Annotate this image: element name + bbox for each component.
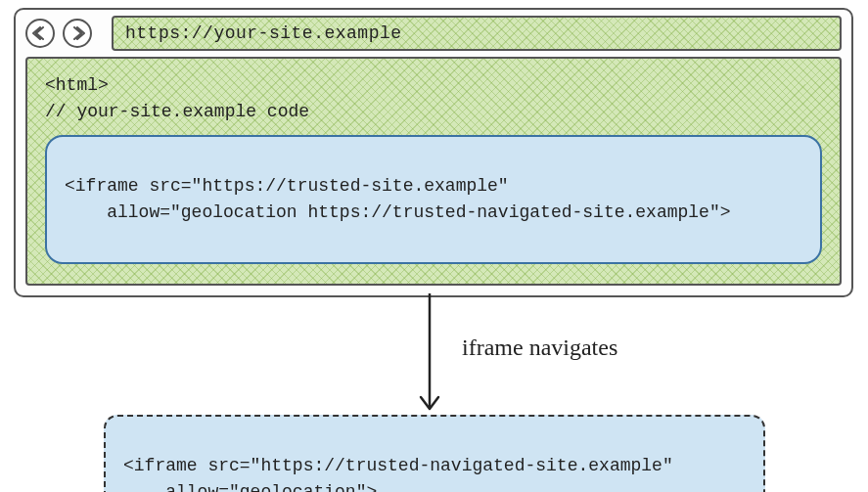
browser-window: https://your-site.example <html> // your…: [14, 8, 853, 297]
back-icon: [32, 26, 48, 40]
address-bar[interactable]: https://your-site.example: [112, 16, 842, 51]
arrow-down-icon: [415, 293, 444, 419]
browser-toolbar: https://your-site.example: [16, 10, 851, 57]
iframe-navigated-line-2: allow="geolocation">: [123, 482, 377, 492]
page-code-line-2: // your-site.example code: [45, 99, 822, 125]
page-code-line-1: <html>: [45, 72, 822, 99]
iframe-original-line-2: allow="geolocation https://trusted-navig…: [65, 202, 731, 222]
address-url: https://your-site.example: [125, 23, 402, 43]
arrow-label: iframe navigates: [462, 335, 617, 361]
iframe-original-line-1: <iframe src="https://trusted-site.exampl…: [65, 176, 509, 196]
back-button[interactable]: [25, 19, 55, 48]
forward-button[interactable]: [63, 19, 92, 48]
forward-icon: [69, 26, 85, 40]
navigation-arrow-area: iframe navigates: [14, 297, 853, 415]
iframe-navigated-box: <iframe src="https://trusted-navigated-s…: [104, 415, 765, 492]
iframe-navigated-line-1: <iframe src="https://trusted-navigated-s…: [123, 456, 673, 475]
page-content-area: <html> // your-site.example code <iframe…: [25, 57, 842, 286]
iframe-original-box: <iframe src="https://trusted-site.exampl…: [45, 135, 822, 264]
